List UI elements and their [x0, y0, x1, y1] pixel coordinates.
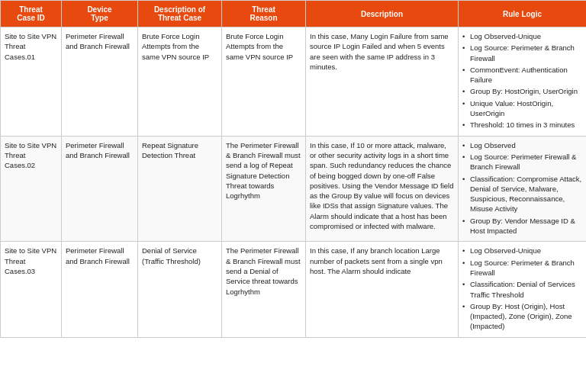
cell-threat-reason: The Perimeter Firewall & Branch Firewall… — [222, 242, 306, 337]
rule-logic-item: Unique Value: HostOrigin, UserOrigin — [462, 98, 582, 119]
table-row: Site to Site VPN Threat Cases.03Perimete… — [1, 242, 587, 337]
cell-rule-logic: Log Observed-UniqueLog Source: Perimeter… — [459, 242, 587, 337]
cell-threat-reason: Brute Force Login Attempts from the same… — [222, 27, 306, 137]
cell-description: In this case, If 10 or more attack, malw… — [306, 136, 459, 242]
rule-logic-item: Log Source: Perimeter Firewall & Branch … — [462, 152, 582, 172]
header-threat-case-id: ThreatCase ID — [1, 1, 62, 27]
header-rule-logic: Rule Logic — [459, 1, 587, 27]
table-row: Site to Site VPN Threat Cases.01Perimete… — [1, 27, 587, 137]
table-row: Site to Site VPN Threat Cases.02Perimete… — [1, 136, 587, 242]
cell-desc-threat-case: Brute Force Login Attempts from the same… — [138, 27, 222, 137]
cell-rule-logic: Log Observed-UniqueLog Source: Perimeter… — [459, 27, 587, 137]
cell-threat-reason: The Perimeter Firewall & Branch Firewall… — [222, 136, 306, 242]
rule-logic-item: Classification: Denial of Services Traff… — [462, 279, 582, 300]
rule-logic-item: Group By: Host (Origin), Host (Impacted)… — [462, 301, 582, 332]
header-desc-threat-case: Description ofThreat Case — [138, 1, 222, 27]
header-device-type: DeviceType — [62, 1, 138, 27]
cell-desc-threat-case: Denial of Service (Traffic Threshold) — [138, 242, 222, 337]
rule-logic-item: Log Observed-Unique — [462, 246, 582, 255]
header-description: Description — [306, 1, 459, 27]
rule-logic-item: Log Source: Perimeter & Branch Firewall — [462, 258, 582, 278]
rule-logic-item: Group By: HostOrigin, UserOrigin — [462, 86, 582, 96]
cell-desc-threat-case: Repeat Signature Detection Threat — [138, 136, 222, 242]
rule-logic-item: Group By: Vendor Message ID & Host Impac… — [462, 216, 582, 236]
cell-rule-logic: Log ObservedLog Source: Perimeter Firewa… — [459, 136, 587, 242]
header-threat-reason: ThreatReason — [222, 1, 306, 27]
cell-description: In this case, Many Login Failure from sa… — [306, 27, 459, 137]
rule-logic-item: Log Observed — [462, 140, 582, 150]
cell-threat-case-id: Site to Site VPN Threat Cases.01 — [1, 27, 62, 137]
rule-logic-item: CommonEvent: Authentication Failure — [462, 65, 582, 85]
cell-device-type: Perimeter Firewall and Branch Firewall — [62, 136, 138, 242]
rule-logic-item: Threshold: 10 times in 3 minutes — [462, 120, 582, 130]
cell-threat-case-id: Site to Site VPN Threat Cases.02 — [1, 136, 62, 242]
rule-logic-item: Classification: Compromise Attack, Denia… — [462, 174, 582, 214]
cell-threat-case-id: Site to Site VPN Threat Cases.03 — [1, 242, 62, 337]
cell-device-type: Perimeter Firewall and Branch Firewall — [62, 27, 138, 137]
cell-device-type: Perimeter Firewall and Branch Firewall — [62, 242, 138, 337]
rule-logic-item: Log Source: Perimeter & Branch Firewall — [462, 43, 582, 63]
rule-logic-item: Log Observed-Unique — [462, 31, 582, 41]
cell-description: In this case, If any branch location Lar… — [306, 242, 459, 337]
